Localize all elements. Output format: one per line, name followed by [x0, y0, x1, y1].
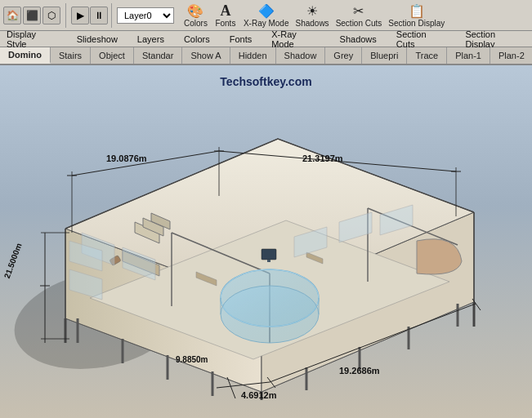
- shape-icon[interactable]: ⬡: [42, 7, 60, 24]
- svg-rect-28: [262, 249, 276, 260]
- section-cuts-icon: ✂: [349, 2, 369, 19]
- tabbar: Domino Stairs Object Standar Show A Hidd…: [0, 47, 532, 65]
- tab-shadow[interactable]: Shadow: [276, 47, 326, 64]
- menu-colors[interactable]: Colors: [181, 33, 213, 46]
- section-cuts-button[interactable]: ✂ Section Cuts: [336, 2, 382, 28]
- section-cuts-label: Section Cuts: [336, 19, 382, 28]
- section-display-button[interactable]: 📋 Section Display: [388, 2, 445, 28]
- building-3d: [16, 90, 515, 400]
- tab-bluepri[interactable]: Bluepri: [362, 47, 407, 64]
- tab-trace[interactable]: Trace: [407, 47, 447, 64]
- dim-label-5: 9.8850m: [176, 355, 208, 364]
- play-button[interactable]: ▶: [71, 7, 89, 24]
- svg-rect-29: [267, 260, 270, 262]
- menu-layers[interactable]: Layers: [134, 33, 168, 46]
- shadows-label: Shadows: [295, 19, 329, 28]
- toolbar-icon-group: 🏠 ⬛ ⬡: [3, 3, 66, 28]
- tab-object[interactable]: Object: [91, 47, 134, 64]
- toolbar-buttons: 🎨 Colors A Fonts 🔷 X-Ray Mode ☀ Shadows …: [179, 2, 445, 28]
- dim-label-6: 4.6912m: [241, 390, 276, 400]
- dim-label-2: 21.3197m: [302, 153, 343, 163]
- menubar: Display Style Slideshow Layers Colors Fo…: [0, 31, 532, 47]
- colors-icon: 🎨: [186, 2, 205, 19]
- tab-standar[interactable]: Standar: [134, 47, 183, 64]
- svg-point-25: [221, 286, 319, 343]
- fonts-icon: A: [216, 2, 235, 19]
- shadows-icon: ☀: [302, 2, 322, 19]
- home-icon[interactable]: 🏠: [3, 7, 21, 24]
- section-display-icon: 📋: [407, 2, 427, 19]
- cube-icon[interactable]: ⬛: [23, 7, 41, 24]
- fonts-button[interactable]: A Fonts: [214, 2, 237, 28]
- watermark: Techsoftkey.com: [220, 75, 311, 88]
- fonts-label: Fonts: [215, 19, 235, 28]
- shadows-button[interactable]: ☀ Shadows: [295, 2, 329, 28]
- tab-hidden[interactable]: Hidden: [230, 47, 276, 64]
- menu-shadows[interactable]: Shadows: [337, 33, 380, 46]
- pause-button[interactable]: ⏸: [90, 7, 108, 24]
- tab-grey[interactable]: Grey: [325, 47, 362, 64]
- dim-label-1: 19.0876m: [106, 153, 147, 163]
- tab-plan1[interactable]: Plan-1: [447, 47, 490, 64]
- colors-button[interactable]: 🎨 Colors: [184, 2, 208, 28]
- xray-icon: 🔷: [257, 2, 276, 19]
- play-controls: ▶ ⏸: [68, 3, 112, 28]
- tab-stairs[interactable]: Stairs: [51, 47, 91, 64]
- toolbar: 🏠 ⬛ ⬡ ▶ ⏸ Layer0 🎨 Colors A Fonts 🔷 X-Ra…: [0, 0, 532, 31]
- menu-fonts[interactable]: Fonts: [226, 33, 256, 46]
- tab-plan2[interactable]: Plan-2: [490, 47, 532, 64]
- menu-slideshow[interactable]: Slideshow: [74, 33, 121, 46]
- colors-label: Colors: [184, 19, 208, 28]
- xray-button[interactable]: 🔷 X-Ray Mode: [244, 2, 289, 28]
- layer-select[interactable]: Layer0: [117, 7, 174, 24]
- tab-domino[interactable]: Domino: [0, 47, 51, 64]
- dim-label-4: 19.2686m: [339, 366, 380, 376]
- viewport[interactable]: Techsoftkey.com: [0, 65, 532, 418]
- section-display-label: Section Display: [388, 19, 445, 28]
- xray-label: X-Ray Mode: [244, 19, 289, 28]
- tab-show-a[interactable]: Show A: [182, 47, 230, 64]
